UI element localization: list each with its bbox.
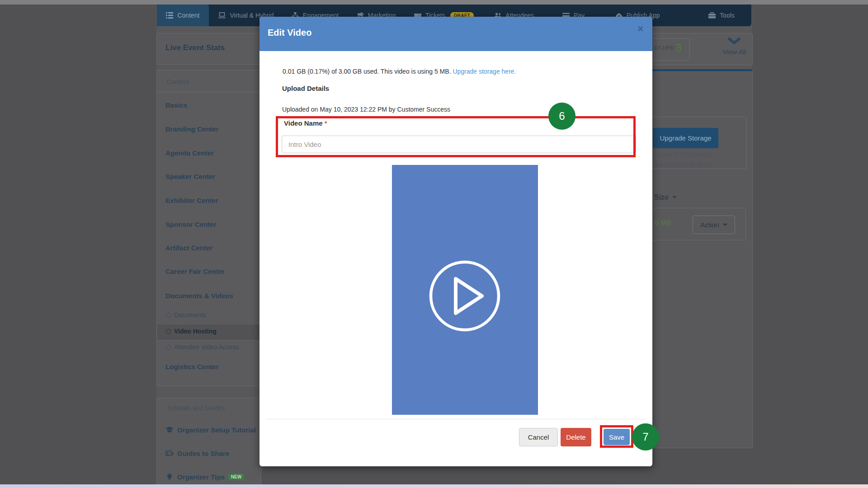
sidebar-item-label: Guides to Share <box>177 450 229 457</box>
sidebar-item-video-hosting[interactable]: Video Hosting <box>166 328 217 335</box>
briefcase-icon <box>708 12 716 19</box>
video-size-value: 5 MB <box>655 219 671 227</box>
video-player-placeholder[interactable] <box>392 165 538 415</box>
sort-caret-icon <box>672 196 677 198</box>
edit-video-modal: Edit Video × 0.01 GB (0.17%) of 3.00 GB … <box>259 17 652 466</box>
footer-divider <box>266 419 646 419</box>
sidebar-item-label: Organizer Tips <box>177 473 225 481</box>
sidebar-item-basics[interactable]: Basics <box>165 101 187 109</box>
share-guides-icon <box>165 450 174 457</box>
size-header-label: Size <box>654 193 669 201</box>
live-event-stats-title[interactable]: Live Event Stats <box>165 43 225 52</box>
size-column-header[interactable]: Size <box>654 193 677 202</box>
caret-down-icon <box>723 224 727 226</box>
list-icon <box>166 12 173 19</box>
action-dropdown-button[interactable]: Action <box>693 216 735 234</box>
save-button[interactable]: Save <box>604 429 630 445</box>
divider <box>157 92 261 92</box>
sidebar-item-organizer-setup-tutorial[interactable]: Organizer Setup Tutorial <box>165 426 256 434</box>
uploaded-on-text: Uploaded on May 10, 2023 12:22 PM by Cus… <box>282 106 450 113</box>
storage-usage-value: 0.01 GB (0.17%) of 3.00 GB used. This vi… <box>283 68 453 75</box>
video-name-input[interactable] <box>282 136 636 153</box>
sidebar-item-agenda-center[interactable]: Agenda Center <box>165 149 214 157</box>
required-asterisk: * <box>325 119 327 127</box>
meetups-label: ET-UPS: <box>654 45 675 51</box>
meetups-value: 3 <box>676 42 682 54</box>
bottom-edge-strip <box>0 484 868 488</box>
sidebar-item-branding-center[interactable]: Branding Center <box>165 125 219 133</box>
new-badge: NEW <box>228 474 244 480</box>
view-all-label: View All <box>716 48 752 56</box>
chevron-down-icon <box>728 38 741 45</box>
sidebar-item-label: Attendee Video Access <box>174 343 239 351</box>
sidebar-item-career-fair-center[interactable]: Career Fair Center <box>165 267 225 275</box>
nav-tab-label: Content <box>177 12 199 19</box>
annotation-step-7-badge: 7 <box>632 423 659 450</box>
sidebar-item-exhibitor-center[interactable]: Exhibitor Center <box>165 197 218 204</box>
storage-usage-text: 0.01 GB (0.17%) of 3.00 GB used. This vi… <box>283 68 516 75</box>
tutorials-header: Tutorials and Guides <box>167 404 225 412</box>
content-menu-header: Content <box>167 78 189 85</box>
sidebar-item-label: Organizer Setup Tutorial <box>177 426 256 434</box>
sidebar-item-speaker-center[interactable]: Speaker Center <box>165 173 215 180</box>
sidebar-item-documents[interactable]: Documents <box>166 311 206 319</box>
live-event-stats-panel: Live Event Stats <box>156 33 261 65</box>
laptop-icon <box>218 12 226 19</box>
sidebar-item-sponsor-center[interactable]: Sponsor Center <box>165 221 217 228</box>
sidebar-item-artifact-center[interactable]: Artifact Center <box>165 244 212 252</box>
upgrade-storage-box: Upgrade Storage purchase 5 GB storage a … <box>647 117 747 169</box>
sidebar-item-guides-to-share[interactable]: Guides to Share <box>165 450 229 457</box>
action-label: Action <box>700 221 719 229</box>
modal-header: Edit Video × <box>259 17 652 51</box>
sidebar-item-label: Documents <box>174 311 206 319</box>
circle-icon <box>166 313 171 318</box>
tutorials-panel: Tutorials and Guides Organizer Setup Tut… <box>156 398 261 485</box>
sidebar-item-organizer-tips[interactable]: Organizer TipsNEW <box>165 473 244 481</box>
top-edge-strip <box>0 0 868 5</box>
circle-icon <box>166 329 171 334</box>
graduation-cap-icon <box>165 427 174 433</box>
delete-button[interactable]: Delete <box>561 428 591 446</box>
modal-title: Edit Video <box>268 28 311 38</box>
play-icon[interactable] <box>424 255 505 337</box>
close-icon[interactable]: × <box>637 24 643 34</box>
sidebar-item-documents-videos[interactable]: Documents & Videos <box>165 292 233 300</box>
content-menu-panel: Content Basics Branding Center Agenda Ce… <box>156 70 261 386</box>
upgrade-storage-link[interactable]: Upgrade storage here. <box>453 68 516 75</box>
annotation-step-6-badge: 6 <box>548 103 576 130</box>
view-all-control[interactable]: View All <box>716 38 752 56</box>
nav-tab-content[interactable]: Content <box>157 5 209 26</box>
sidebar-item-label: Video Hosting <box>174 328 217 335</box>
video-name-label-text: Video Name <box>284 119 325 127</box>
lightbulb-icon <box>165 474 174 480</box>
circle-icon <box>166 345 171 350</box>
upgrade-info-line1: purchase 5 GB storage <box>647 151 712 158</box>
upload-details-heading: Upload Details <box>282 84 329 92</box>
nav-tab-tools[interactable]: Tools <box>692 5 751 26</box>
nav-tab-label: Tools <box>720 12 735 19</box>
upgrade-info-line2: a one-time fee of $100 <box>648 161 711 168</box>
sidebar-item-logistics-center[interactable]: Logistics Center <box>165 363 219 371</box>
sidebar-item-attendee-video-access[interactable]: Attendee Video Access <box>166 343 239 351</box>
cancel-button[interactable]: Cancel <box>519 428 558 446</box>
video-name-label: Video Name * <box>284 119 327 127</box>
upgrade-storage-button[interactable]: Upgrade Storage <box>653 128 718 148</box>
